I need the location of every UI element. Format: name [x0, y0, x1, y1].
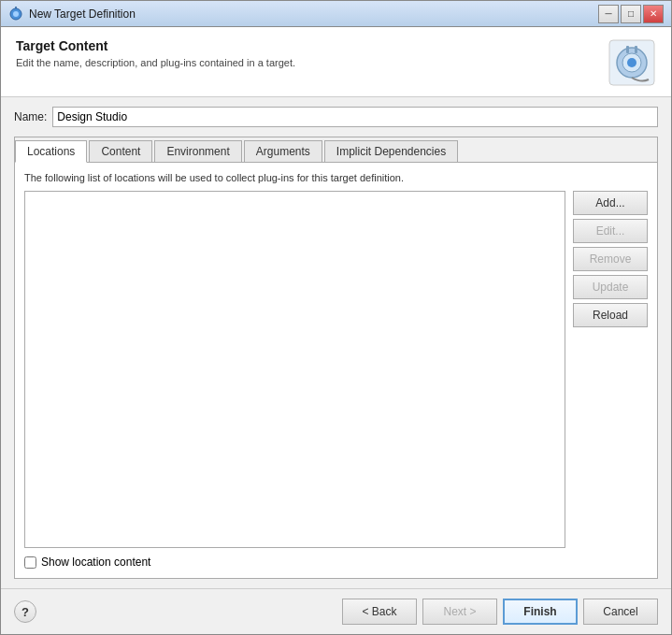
tab-environment[interactable]: Environment: [154, 140, 241, 162]
next-button[interactable]: Next >: [422, 599, 497, 625]
tab-locations[interactable]: Locations: [15, 140, 87, 163]
minimize-button[interactable]: ─: [598, 5, 619, 23]
window-controls: ─ □ ✕: [598, 5, 664, 23]
show-location-label[interactable]: Show location content: [41, 556, 150, 569]
title-bar: New Target Definition ─ □ ✕: [1, 1, 671, 27]
footer-right: < Back Next > Finish Cancel: [342, 599, 658, 625]
dialog-body: Name: Locations Content Environment Argu…: [1, 97, 671, 588]
tab-implicit-dependencies[interactable]: Implicit Dependencies: [324, 140, 458, 162]
tab-bar: Locations Content Environment Arguments …: [15, 137, 657, 163]
dialog-title: Target Content: [16, 38, 295, 53]
tab-content[interactable]: Content: [89, 140, 152, 162]
name-row: Name:: [14, 107, 658, 127]
dialog-window: New Target Definition ─ □ ✕ Target Conte…: [0, 0, 672, 635]
svg-point-6: [627, 58, 636, 67]
show-location-checkbox[interactable]: [24, 556, 36, 569]
locations-buttons: Add... Edit... Remove Update Reload: [573, 191, 648, 548]
tab-content-panel: The following list of locations will be …: [15, 163, 657, 578]
tab-arguments[interactable]: Arguments: [244, 140, 322, 162]
remove-button[interactable]: Remove: [573, 247, 648, 271]
window-icon: [8, 7, 23, 22]
svg-rect-7: [626, 46, 629, 53]
close-button[interactable]: ✕: [643, 5, 664, 23]
dialog-header: Target Content Edit the name, descriptio…: [1, 27, 671, 97]
reload-button[interactable]: Reload: [573, 303, 648, 327]
cancel-button[interactable]: Cancel: [583, 599, 658, 625]
dialog-footer: ? < Back Next > Finish Cancel: [1, 588, 671, 634]
show-location-row: Show location content: [24, 556, 648, 569]
dialog-subtitle: Edit the name, description, and plug-ins…: [16, 57, 295, 68]
locations-description: The following list of locations will be …: [24, 172, 648, 183]
svg-point-1: [13, 11, 19, 17]
name-label: Name:: [14, 110, 47, 123]
window-title: New Target Definition: [29, 7, 598, 21]
edit-button[interactable]: Edit...: [573, 219, 648, 243]
finish-button[interactable]: Finish: [503, 599, 578, 625]
locations-list[interactable]: [24, 191, 565, 548]
maximize-button[interactable]: □: [621, 5, 641, 23]
footer-left: ?: [14, 600, 36, 623]
help-button[interactable]: ?: [14, 600, 36, 623]
update-button[interactable]: Update: [573, 275, 648, 299]
name-input[interactable]: [52, 107, 658, 127]
back-button[interactable]: < Back: [342, 599, 417, 625]
tab-container: Locations Content Environment Arguments …: [14, 137, 658, 579]
header-text: Target Content Edit the name, descriptio…: [16, 38, 295, 68]
add-button[interactable]: Add...: [573, 191, 648, 215]
dialog-icon: [608, 38, 656, 87]
svg-rect-8: [635, 46, 637, 53]
locations-main: Add... Edit... Remove Update Reload: [24, 191, 648, 548]
